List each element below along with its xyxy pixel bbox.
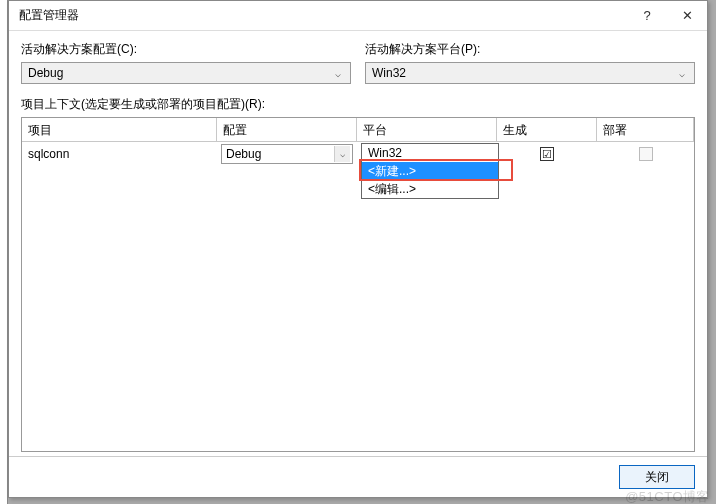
active-platform-label: 活动解决方案平台(P): [365,41,695,58]
grid-header: 项目 配置 平台 生成 部署 [22,118,694,142]
row-config-value: Debug [226,147,334,161]
active-config-label: 活动解决方案配置(C): [21,41,351,58]
row-deploy-checkbox [639,147,653,161]
column-header-deploy[interactable]: 部署 [597,118,694,141]
column-header-config[interactable]: 配置 [217,118,357,141]
configuration-manager-dialog: 配置管理器 ? ✕ 活动解决方案配置(C): Debug ⌵ 活动解决方案平台(… [8,0,708,498]
window-title: 配置管理器 [19,7,627,24]
platform-dropdown-list: Win32 <新建...> <编辑...> [361,143,499,199]
row-build-checkbox[interactable]: ☑ [540,147,554,161]
watermark: @51CTO博客 [625,488,710,504]
column-header-build[interactable]: 生成 [497,118,597,141]
close-button[interactable]: 关闭 [619,465,695,489]
chevron-down-icon: ⌵ [334,146,350,162]
close-window-button[interactable]: ✕ [667,2,707,30]
dropdown-option-new[interactable]: <新建...> [362,162,498,180]
dropdown-option-edit[interactable]: <编辑...> [362,180,498,198]
help-button[interactable]: ? [627,2,667,30]
active-config-combo[interactable]: Debug ⌵ [21,62,351,84]
project-context-label: 项目上下文(选定要生成或部署的项目配置)(R): [21,96,695,113]
help-icon: ? [643,8,650,23]
chevron-down-icon: ⌵ [674,68,690,79]
chevron-down-icon: ⌵ [330,68,346,79]
active-platform-value: Win32 [372,66,674,80]
row-config-combo[interactable]: Debug ⌵ [221,144,353,164]
cell-project-name: sqlconn [22,147,217,161]
dropdown-option-win32[interactable]: Win32 [362,144,498,162]
close-icon: ✕ [682,8,693,23]
dialog-footer: 关闭 [9,456,707,497]
titlebar: 配置管理器 ? ✕ [9,1,707,31]
checkmark-icon: ☑ [542,149,552,160]
column-header-project[interactable]: 项目 [22,118,217,141]
project-grid: 项目 配置 平台 生成 部署 sqlconn Debug ⌵ Win32 [21,117,695,452]
table-row: sqlconn Debug ⌵ Win32 ⌵ ☑ [22,142,694,166]
column-header-platform[interactable]: 平台 [357,118,497,141]
active-platform-combo[interactable]: Win32 ⌵ [365,62,695,84]
active-config-value: Debug [28,66,330,80]
